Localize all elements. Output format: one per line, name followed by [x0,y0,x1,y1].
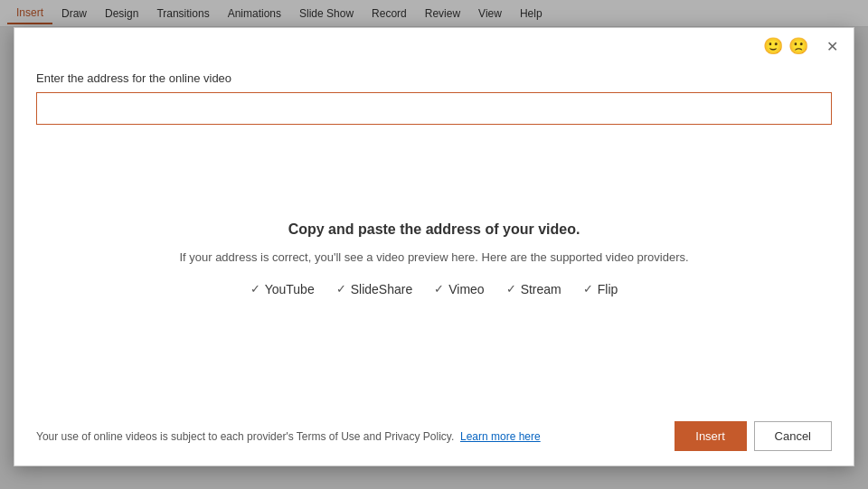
provider-youtube-label: YouTube [265,282,315,296]
provider-vimeo-label: Vimeo [448,282,484,296]
provider-stream-label: Stream [521,282,561,296]
provider-stream: ✓ Stream [506,282,561,296]
check-youtube-icon: ✓ [250,282,260,296]
provider-vimeo: ✓ Vimeo [434,282,484,296]
provider-youtube: ✓ YouTube [250,282,315,296]
provider-slideshare-label: SlideShare [351,282,413,296]
provider-flip: ✓ Flip [583,282,618,296]
happy-emoji-icon[interactable]: 🙂 [763,36,783,56]
cancel-button[interactable]: Cancel [754,421,832,451]
dialog-content: Enter the address for the online video C… [14,61,854,410]
main-heading: Copy and paste the address of your video… [288,221,580,238]
learn-more-link[interactable]: Learn more here [460,430,541,443]
dialog-header: 🙂 🙁 ✕ [14,28,854,61]
video-url-input[interactable] [36,92,832,125]
sad-emoji-icon[interactable]: 🙁 [788,36,808,56]
check-vimeo-icon: ✓ [434,282,444,296]
check-stream-icon: ✓ [506,282,516,296]
providers-row: ✓ YouTube ✓ SlideShare ✓ Vimeo ✓ Stream … [250,282,618,296]
footer-buttons: Insert Cancel [675,421,832,451]
header-icons: 🙂 🙁 ✕ [763,35,843,57]
provider-flip-label: Flip [598,282,618,296]
center-section: Copy and paste the address of your video… [36,125,832,392]
close-button[interactable]: ✕ [821,35,843,57]
check-slideshare-icon: ✓ [336,282,346,296]
check-flip-icon: ✓ [583,282,593,296]
insert-button[interactable]: Insert [675,421,747,451]
provider-slideshare: ✓ SlideShare [336,282,413,296]
online-video-dialog: 🙂 🙁 ✕ Enter the address for the online v… [14,27,854,466]
input-label: Enter the address for the online video [36,71,832,85]
sub-text: If your address is correct, you'll see a… [179,250,688,264]
footer-text: Your use of online videos is subject to … [36,430,660,443]
dialog-footer: Your use of online videos is subject to … [14,410,854,465]
